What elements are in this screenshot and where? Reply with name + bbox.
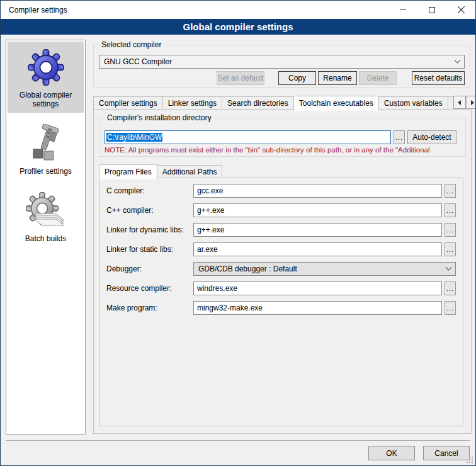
sidebar-item-label: Global compiler settings <box>9 91 82 108</box>
sidebar-item-batch-builds[interactable]: Batch builds <box>8 185 84 247</box>
install-dir-selected-text: C:\raylib\MinGW <box>106 133 162 142</box>
c-compiler-input[interactable] <box>193 184 442 198</box>
field-row-cpp-compiler: C++ compiler: ... <box>106 203 456 217</box>
field-row-c-compiler: C compiler: ... <box>106 184 456 198</box>
field-row-resource-compiler: Resource compiler: ... <box>106 281 456 295</box>
linker-static-input[interactable] <box>193 242 442 256</box>
gear-blue-icon <box>28 47 64 88</box>
linker-dynamic-label: Linker for dynamic libs: <box>106 225 193 234</box>
delete-button[interactable]: Delete <box>359 71 397 85</box>
subtab-additional-paths[interactable]: Additional Paths <box>157 165 223 178</box>
tab-linker-settings[interactable]: Linker settings <box>162 96 222 110</box>
right-arrow-icon <box>471 100 474 105</box>
sidebar-item-label: Profiler settings <box>20 167 72 176</box>
cpp-compiler-input[interactable] <box>193 203 442 217</box>
caliper-icon <box>27 123 65 164</box>
resource-compiler-label: Resource compiler: <box>106 284 193 293</box>
browse-linker-dynamic-button[interactable]: ... <box>445 223 456 237</box>
dialog-header-title: Global compiler settings <box>1 19 475 35</box>
tab-scroll-right-button[interactable] <box>467 96 476 109</box>
resize-grip[interactable] <box>467 457 473 463</box>
selected-compiler-group: Selected compiler GNU GCC Compiler Set a… <box>93 45 470 88</box>
debugger-select[interactable]: GDB/CDB debugger : Default <box>193 262 456 276</box>
chevron-down-icon <box>446 264 452 270</box>
tab-toolchain-executables[interactable]: Toolchain executables <box>293 96 379 111</box>
maximize-button[interactable] <box>417 1 446 19</box>
settings-category-list: Global compiler settings Prof <box>6 40 86 435</box>
field-row-debugger: Debugger: GDB/CDB debugger : Default <box>106 262 456 276</box>
tab-compiler-settings[interactable]: Compiler settings <box>93 96 163 110</box>
browse-linker-static-button[interactable]: ... <box>445 242 456 256</box>
linker-dynamic-input[interactable] <box>193 223 442 237</box>
minimize-icon <box>400 9 406 10</box>
cpp-compiler-label: C++ compiler: <box>106 206 193 215</box>
field-row-linker-dynamic: Linker for dynamic libs: ... <box>106 223 456 237</box>
browse-c-compiler-button[interactable]: ... <box>445 184 456 198</box>
tab-custom-variables[interactable]: Custom variables <box>378 96 448 110</box>
compiler-select-value: GNU GCC Compiler <box>104 57 172 66</box>
footer-separator <box>6 440 470 441</box>
linker-static-label: Linker for static libs: <box>106 245 193 254</box>
program-files-page: C compiler: ... C++ compiler: ... Linker… <box>99 178 463 426</box>
titlebar: Compiler settings <box>1 1 475 19</box>
maximize-icon <box>429 7 435 13</box>
close-icon <box>457 6 465 14</box>
reset-defaults-button[interactable]: Reset defaults <box>412 71 465 85</box>
compiler-settings-dialog: Compiler settings Global compiler settin… <box>0 0 476 466</box>
sidebar-item-label: Batch builds <box>25 234 66 243</box>
install-dir-group: Compiler's installation directory C:\ray… <box>99 118 466 157</box>
close-button[interactable] <box>446 1 475 19</box>
chevron-down-icon <box>455 57 461 63</box>
caption-buttons <box>388 1 475 19</box>
minimize-button[interactable] <box>388 1 417 19</box>
compiler-select[interactable]: GNU GCC Compiler <box>99 55 465 69</box>
toolchain-executables-page: Compiler's installation directory C:\ray… <box>93 109 472 434</box>
debugger-label: Debugger: <box>106 264 193 273</box>
install-dir-input[interactable]: C:\raylib\MinGW <box>105 130 391 144</box>
field-row-linker-static: Linker for static libs: ... <box>106 242 456 256</box>
browse-make-program-button[interactable]: ... <box>445 301 456 315</box>
compiler-button-row: Set as default Copy Rename Delete Reset … <box>99 71 465 85</box>
tab-scroll-buttons <box>453 96 476 109</box>
selected-compiler-group-label: Selected compiler <box>99 40 164 49</box>
browse-install-dir-button[interactable]: ... <box>394 130 405 144</box>
sidebar-item-profiler-settings[interactable]: Profiler settings <box>8 118 84 180</box>
c-compiler-label: C compiler: <box>106 186 193 195</box>
tab-search-directories[interactable]: Search directories <box>222 96 294 110</box>
make-program-label: Make program: <box>106 304 193 312</box>
browse-cpp-compiler-button[interactable]: ... <box>445 203 456 217</box>
settings-tabs: Compiler settings Linker settings Search… <box>93 96 475 110</box>
resource-compiler-input[interactable] <box>193 281 442 295</box>
tab-scroll-left-button[interactable] <box>453 96 466 109</box>
make-program-input[interactable] <box>193 301 442 315</box>
copy-button[interactable]: Copy <box>278 71 316 85</box>
gear-stack-icon <box>26 190 66 232</box>
field-row-make-program: Make program: ... <box>106 301 456 315</box>
autodetect-button[interactable]: Auto-detect <box>407 130 456 144</box>
rename-button[interactable]: Rename <box>318 71 357 85</box>
ok-button[interactable]: OK <box>368 446 415 460</box>
left-arrow-icon <box>458 100 461 105</box>
debugger-select-value: GDB/CDB debugger : Default <box>198 264 297 273</box>
program-files-tabs: Program Files Additional Paths <box>99 164 222 178</box>
set-as-default-button[interactable]: Set as default <box>217 71 264 85</box>
subtab-program-files[interactable]: Program Files <box>99 164 157 179</box>
install-dir-note: NOTE: All programs must exist either in … <box>105 146 464 154</box>
footer-buttons: OK Cancel <box>368 446 470 460</box>
cancel-button[interactable]: Cancel <box>423 446 470 460</box>
install-dir-group-label: Compiler's installation directory <box>105 113 214 122</box>
sidebar-item-global-compiler-settings[interactable]: Global compiler settings <box>8 42 84 113</box>
window-title: Compiler settings <box>1 6 67 14</box>
browse-resource-compiler-button[interactable]: ... <box>445 281 456 295</box>
